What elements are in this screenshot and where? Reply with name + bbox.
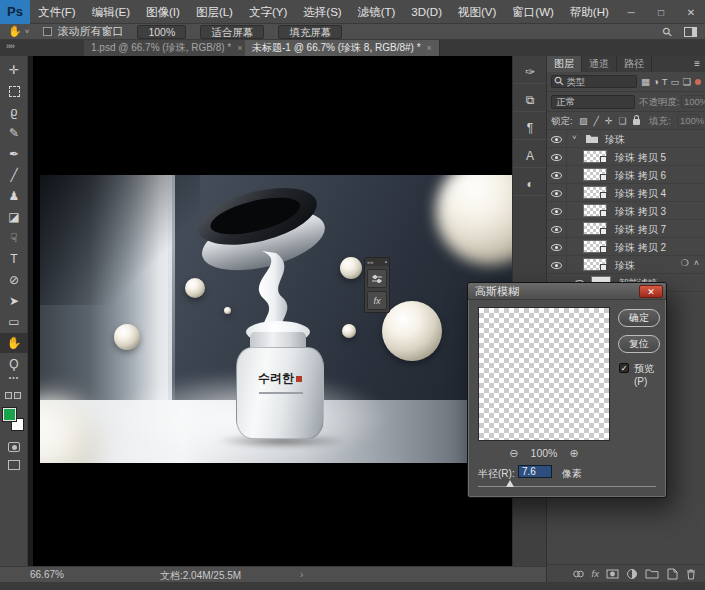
styles-panel-icon[interactable]: fx (367, 291, 387, 310)
pen-tool[interactable]: ⊘ (0, 270, 28, 290)
blend-mode-select[interactable]: 正常 (551, 95, 635, 109)
lock-position-icon[interactable]: ✛ (605, 116, 613, 126)
lock-pixels-icon[interactable]: ╱ (594, 116, 599, 126)
visibility-eye-icon[interactable] (547, 202, 567, 220)
search-icon[interactable]: ⚲ (660, 23, 676, 39)
visibility-eye-icon[interactable] (547, 220, 567, 238)
preview-checkbox[interactable]: ✓ (619, 363, 629, 373)
layer-row[interactable]: 珍珠 拷贝 2 (547, 238, 705, 256)
character-panel-icon[interactable]: A (513, 144, 547, 168)
foreground-color-swatch[interactable] (3, 408, 16, 421)
fill-screen-button[interactable]: 填充屏幕 (278, 25, 342, 39)
lock-transparency-icon[interactable]: ▨ (579, 116, 588, 126)
workspace-icon[interactable] (684, 27, 697, 37)
tab-close-icon[interactable]: × (237, 43, 242, 53)
radius-input[interactable]: 7.6 (518, 465, 552, 478)
dock-collapse-icon[interactable]: »» (6, 41, 14, 51)
canvas-area[interactable]: 수려한 »» ▪ fx (28, 56, 512, 566)
layer-row[interactable]: 珍珠 拷贝 5 (547, 148, 705, 166)
filter-toggle-icon[interactable] (695, 79, 701, 85)
adjustments-panel-icon[interactable]: ◐ (513, 172, 547, 196)
fill-value[interactable]: 100% (677, 114, 700, 127)
eyedropper-tool[interactable]: ✒ (0, 144, 28, 164)
layer-thumbnail[interactable] (583, 258, 607, 271)
visibility-eye-icon[interactable] (547, 148, 567, 166)
delete-layer-icon[interactable] (685, 567, 697, 581)
visibility-eye-icon[interactable] (547, 166, 567, 184)
scroll-all-windows-checkbox[interactable] (43, 27, 52, 36)
quick-selection-tool[interactable]: ✎ (0, 123, 28, 143)
panel-collapse-icon[interactable]: »» (367, 258, 374, 266)
zoom-in-icon[interactable]: ⊕ (557, 447, 590, 459)
menu-item-6[interactable]: 滤镜(T) (350, 0, 404, 24)
adjustment-icon[interactable] (626, 567, 638, 581)
ok-button[interactable]: 确定 (618, 309, 660, 327)
layer-group-row[interactable]: ˅珍珠 (547, 130, 705, 148)
type-tool[interactable]: T (0, 249, 28, 269)
visibility-eye-icon[interactable] (547, 256, 567, 274)
smart-filter-indicator[interactable]: ❍˄ (681, 258, 699, 268)
document-tab-1[interactable]: 1.psd @ 66.7% (珍珠, RGB/8) *× (84, 40, 250, 56)
layer-row[interactable]: 珍珠 拷贝 7 (547, 220, 705, 238)
tab-layers[interactable]: 图层 (547, 56, 582, 72)
status-zoom-value[interactable]: 66.67% (30, 569, 64, 580)
layer-thumbnail[interactable] (583, 186, 607, 199)
menu-item-8[interactable]: 视图(V) (450, 0, 504, 24)
lasso-tool[interactable]: ϱ (0, 102, 28, 122)
radius-slider-thumb[interactable] (506, 480, 514, 487)
screen-mode-icon[interactable] (8, 460, 20, 470)
menu-item-4[interactable]: 文字(Y) (241, 0, 295, 24)
lock-all-icon[interactable] (633, 119, 640, 125)
panel-box-icon[interactable]: ▪ (385, 258, 387, 266)
tab-channels[interactable]: 通道 (582, 56, 617, 72)
brush-tool[interactable]: ╱ (0, 165, 28, 185)
layer-row[interactable]: 珍珠 拷贝 3 (547, 202, 705, 220)
document-canvas[interactable]: 수려한 »» ▪ fx (33, 56, 512, 566)
layer-filter-field[interactable]: ⚲ 类型 (551, 75, 637, 88)
paragraph-panel-icon[interactable]: ¶ (513, 116, 547, 140)
tab-close-icon[interactable]: × (427, 43, 432, 53)
visibility-eye-icon[interactable] (547, 184, 567, 202)
hand-tool[interactable]: ✋ (0, 333, 28, 353)
zoom-out-icon[interactable]: ⊖ (497, 447, 530, 459)
status-arrow-icon[interactable]: › (300, 569, 303, 580)
layer-row[interactable]: 珍珠❍˄ (547, 256, 705, 274)
menu-item-2[interactable]: 图像(I) (138, 0, 188, 24)
tab-paths[interactable]: 路径 (617, 56, 652, 72)
chevron-down-icon[interactable]: ˅ (572, 133, 577, 142)
reset-button[interactable]: 复位 (618, 335, 660, 353)
new-layer-icon[interactable] (666, 567, 678, 581)
menu-item-3[interactable]: 图层(L) (188, 0, 241, 24)
panel-menu-icon[interactable]: ≡ (694, 56, 700, 72)
menu-item-7[interactable]: 3D(D) (403, 0, 450, 24)
minimize-button[interactable]: ─ (621, 7, 641, 18)
filter-shape-layers-icon[interactable]: ▭ (670, 76, 679, 87)
layer-thumbnail[interactable] (583, 240, 607, 253)
close-button[interactable]: ✕ (681, 7, 701, 18)
layer-thumbnail[interactable] (583, 150, 607, 163)
opacity-value[interactable]: 100% (681, 95, 704, 108)
layer-thumbnail[interactable] (583, 168, 607, 181)
filter-adjustment-layers-icon[interactable]: ◑ (653, 76, 659, 87)
link-icon[interactable] (572, 567, 585, 581)
menu-item-10[interactable]: 帮助(H) (562, 0, 617, 24)
visibility-eye-icon[interactable] (547, 130, 567, 148)
dialog-close-button[interactable]: ✕ (639, 285, 663, 298)
visibility-eye-icon[interactable] (547, 238, 567, 256)
add-mask-icon[interactable] (606, 567, 619, 581)
new-group-icon[interactable] (645, 567, 659, 581)
mask-mode-icons[interactable] (5, 392, 21, 399)
chevron-down-icon[interactable]: ˅ (25, 27, 30, 36)
quick-mask-icon[interactable] (8, 442, 20, 452)
filter-pixel-layers-icon[interactable]: ▦ (641, 76, 650, 87)
radius-slider-track[interactable] (478, 486, 656, 487)
menu-item-0[interactable]: 文件(F) (30, 0, 84, 24)
zoom-tool[interactable]: Ϙ (0, 354, 28, 374)
rectangle-tool[interactable]: ▭ (0, 312, 28, 332)
fit-screen-button[interactable]: 适合屏幕 (200, 25, 264, 39)
layer-thumbnail[interactable] (583, 222, 607, 235)
document-tab-2[interactable]: 未标题-1 @ 66.7% (珍珠 8, RGB/8#) *× (245, 40, 440, 56)
blur-preview-area[interactable] (478, 307, 610, 441)
maximize-button[interactable]: □ (651, 7, 671, 18)
clone-stamp-tool[interactable]: ♟ (0, 186, 28, 206)
